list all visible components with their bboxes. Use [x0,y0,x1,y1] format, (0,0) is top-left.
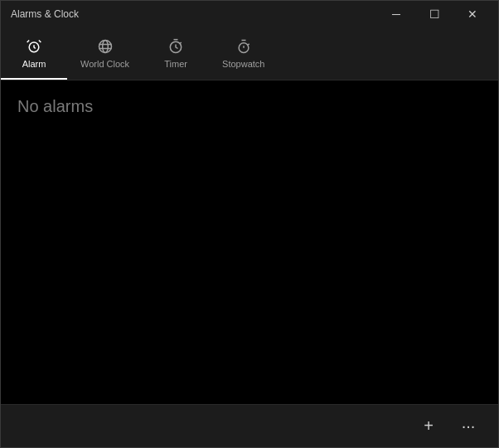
tab-timer-label: Timer [164,59,187,69]
timer-icon [167,38,184,57]
app-title: Alarms & Clock [11,8,79,20]
tab-alarm[interactable]: Alarm [1,27,67,80]
svg-point-4 [102,41,108,53]
more-options-button[interactable]: ··· [452,410,485,443]
tab-world-clock[interactable]: World Clock [67,27,143,80]
svg-line-1 [27,41,30,43]
tab-world-clock-label: World Clock [80,59,129,69]
svg-line-12 [248,44,250,46]
title-bar-left: Alarms & Clock [11,8,79,20]
stopwatch-icon [235,38,252,57]
app-window: Alarms & Clock ─ ☐ ✕ Alarm [0,0,499,448]
title-controls: ─ ☐ ✕ [377,1,492,27]
svg-line-2 [39,41,41,43]
svg-point-3 [99,41,111,53]
tab-bar: Alarm World Clock [1,27,498,80]
alarm-icon [26,38,42,57]
tab-timer[interactable]: Timer [143,27,209,80]
content-area: No alarms [1,80,498,404]
tab-alarm-label: Alarm [22,59,46,69]
tab-stopwatch[interactable]: Stopwatch [209,27,278,80]
close-button[interactable]: ✕ [453,1,492,27]
tab-stopwatch-label: Stopwatch [222,59,264,69]
empty-state-message: No alarms [17,97,93,116]
title-bar: Alarms & Clock ─ ☐ ✕ [1,1,498,27]
minimize-button[interactable]: ─ [377,1,415,27]
world-clock-icon [97,38,114,57]
bottom-bar: + ··· [1,404,498,447]
svg-line-9 [180,42,182,44]
maximize-button[interactable]: ☐ [415,1,453,27]
add-alarm-button[interactable]: + [412,410,445,443]
